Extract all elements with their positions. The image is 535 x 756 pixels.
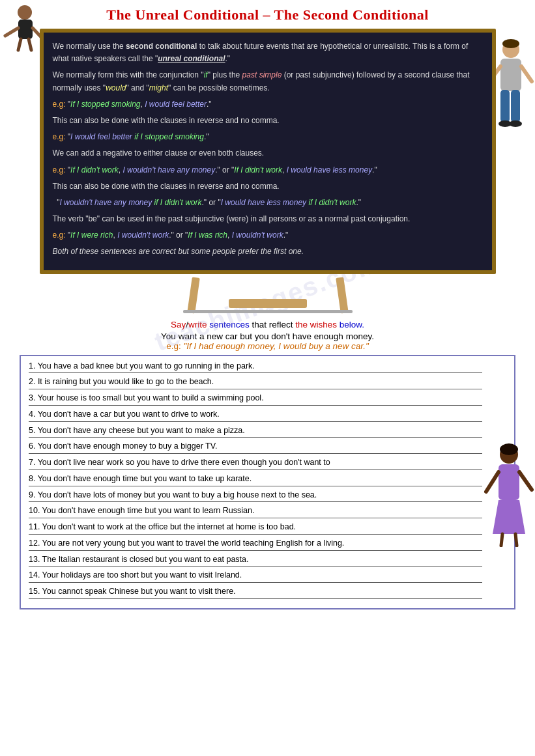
svg-line-19: [519, 472, 532, 490]
bb-p3-eg: e.g: "If I stopped smoking, I would feel…: [53, 98, 483, 111]
the-wishes-text: the wishes: [295, 320, 337, 329]
svg-line-22: [515, 534, 517, 546]
svg-point-7: [502, 39, 519, 48]
bb-p9: Both of these sentences are correct but …: [53, 245, 483, 258]
exercise-item-7: 7. You don't live near work so you have …: [29, 456, 506, 470]
below-text: below.: [340, 320, 364, 329]
easel: [40, 274, 496, 313]
exercise-text-2: 2. It is raining but you would like to g…: [29, 377, 214, 386]
svg-rect-12: [511, 90, 520, 122]
answer-line-11: [29, 534, 482, 535]
exercise-item-5: 5. You don't have any cheese but you wan…: [29, 425, 506, 438]
sentences-text: sentences: [209, 320, 252, 329]
instruction-line2: You want a new car but you don't have en…: [10, 331, 525, 341]
svg-line-21: [501, 534, 502, 546]
exercise-item-3: 3. Your house is too small but you want …: [29, 392, 506, 406]
exercise-text-3: 3. Your house is too small but you want …: [29, 393, 264, 402]
svg-line-5: [29, 39, 31, 50]
person-right-bottom-image: [483, 443, 535, 549]
exercise-text-10: 10. You don't have enough time but you w…: [29, 506, 254, 515]
answer-line-6: [29, 453, 482, 454]
easel-floor: [183, 310, 353, 313]
easel-support: [229, 299, 307, 308]
exercise-item-13: 13. The Italian restaurant is closed but…: [29, 553, 506, 567]
exercise-item-15: 15. You cannot speak Chinese but you wan…: [29, 585, 506, 599]
exercise-text-15: 15. You cannot speak Chinese but you wan…: [29, 587, 236, 596]
svg-line-2: [5, 28, 18, 36]
instruction-line3: e.g: "If I had enough money, I would buy…: [10, 341, 525, 351]
bb-p1: We normally use the second conditional t…: [53, 40, 483, 65]
write-text: write: [188, 320, 207, 329]
exercise-text-6: 6. You don't have enough money to buy a …: [29, 441, 217, 451]
eg-sentence: "If I had enough money, I would buy a ne…: [184, 341, 369, 351]
page-title: The Unreal Conditional – The Second Cond…: [106, 7, 429, 23]
eg-label: e.g:: [166, 341, 183, 351]
svg-line-4: [18, 39, 21, 50]
exercise-text-11: 11. You don't want to work at the office…: [29, 522, 296, 531]
page: teachimages.com: [0, 0, 535, 756]
svg-line-10: [521, 66, 532, 81]
answer-line-14: [29, 582, 482, 583]
that-reflect-text: that reflect: [252, 320, 295, 329]
answer-line-1: [29, 372, 482, 373]
exercise-text-13: 13. The Italian restaurant is closed but…: [29, 555, 248, 564]
svg-line-18: [486, 472, 499, 492]
answer-line-10: [29, 518, 482, 518]
bb-p2: We normally form this with the conjuncti…: [53, 69, 483, 94]
exercise-item-12: 12. You are not very young but you want …: [29, 537, 506, 551]
exercise-box: 1. You have a bad knee but you want to g…: [20, 355, 515, 609]
bb-p6b: "I wouldn't have any money if I didn't w…: [53, 197, 483, 209]
exercise-item-9: 9. You don't have lots of money but you …: [29, 489, 506, 503]
bb-p4: We can add a negative to either clause o…: [53, 147, 483, 160]
exercise-item-8: 8. You don't have enough time but you wa…: [29, 473, 506, 486]
easel-leg-left: [187, 277, 200, 313]
exercise-item-14: 14. Your holidays are too short but you …: [29, 569, 506, 583]
exercise-item-10: 10. You don't have enough time but you w…: [29, 505, 506, 518]
exercise-text-12: 12. You are not very young but you want …: [29, 539, 344, 548]
exercise-text-1: 1. You have a bad knee but you want to g…: [29, 361, 255, 371]
answer-line-2: [29, 389, 482, 389]
svg-point-14: [509, 120, 522, 127]
svg-marker-20: [493, 500, 525, 534]
answer-line-5: [29, 437, 482, 438]
exercise-text-8: 8. You don't have enough time but you wa…: [29, 474, 252, 483]
bb-p5: e.g: "If I didn't work, I wouldn't have …: [53, 164, 483, 176]
exercise-text-14: 14. Your holidays are too short but you …: [29, 570, 242, 580]
svg-rect-17: [499, 464, 519, 500]
answer-line-8: [29, 486, 482, 486]
answer-line-9: [29, 501, 482, 502]
exercise-text-5: 5. You don't have any cheese but you wan…: [29, 426, 245, 435]
exercise-item-6: 6. You don't have enough money to buy a …: [29, 440, 506, 454]
blackboard: We normally use the second conditional t…: [40, 29, 496, 274]
answer-line-12: [29, 550, 482, 551]
bb-p6: This can also be done with the clauses i…: [53, 180, 483, 193]
instruction-line1: Say/write sentences that reflect the wis…: [10, 320, 525, 329]
bb-p8: e.g: "If I were rich, I wouldn't work." …: [53, 229, 483, 242]
svg-rect-8: [500, 59, 521, 91]
bb-p7: The verb "be" can be used in the past su…: [53, 213, 483, 225]
bb-p3b: This can also be done with the clauses i…: [53, 115, 483, 127]
answer-line-3: [29, 405, 482, 406]
exercise-text-7: 7. You don't live near work so you have …: [29, 458, 330, 467]
say-write-text: Say: [171, 320, 186, 329]
answer-line-7: [29, 469, 482, 470]
svg-point-16: [500, 443, 518, 455]
exercise-item-11: 11. You don't want to work at the office…: [29, 521, 506, 535]
header: The Unreal Conditional – The Second Cond…: [10, 7, 525, 23]
exercise-item-2: 2. It is raining but you would like to g…: [29, 376, 506, 389]
instructions: Say/write sentences that reflect the wis…: [10, 320, 525, 351]
bb-p3c: e.g: "I would feel better if I stopped s…: [53, 131, 483, 143]
blackboard-container: We normally use the second conditional t…: [10, 29, 525, 313]
exercise-item-4: 4. You don't have a car but you want to …: [29, 408, 506, 422]
answer-line-15: [29, 598, 482, 599]
exercise-text-4: 4. You don't have a car but you want to …: [29, 410, 220, 419]
answer-line-13: [29, 566, 482, 567]
exercise-text-9: 9. You don't have lots of money but you …: [29, 490, 317, 499]
easel-leg-right: [336, 277, 349, 313]
svg-rect-11: [500, 90, 510, 122]
answer-line-4: [29, 421, 482, 422]
exercise-item-1: 1. You have a bad knee but you want to g…: [29, 360, 506, 374]
